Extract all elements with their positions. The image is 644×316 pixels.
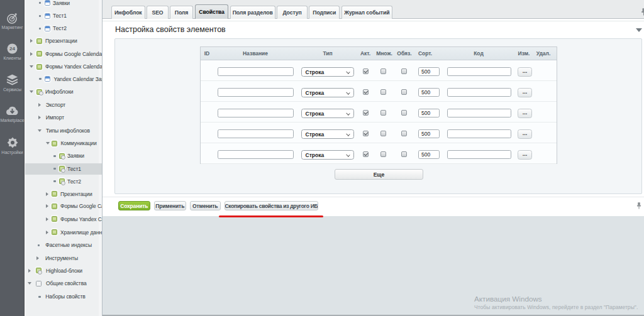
svg-text:24: 24 [9, 46, 15, 52]
